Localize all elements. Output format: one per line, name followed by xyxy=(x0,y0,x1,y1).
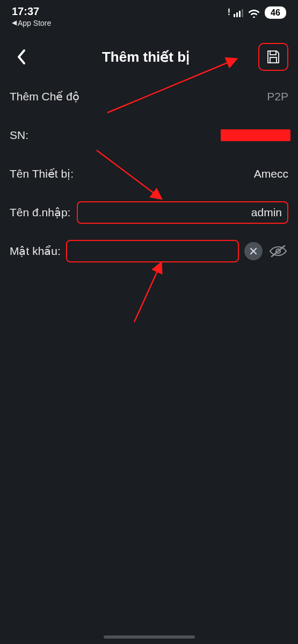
eye-off-icon xyxy=(269,244,287,258)
status-time: 17:37 xyxy=(12,5,51,18)
device-name-label: Tên Thiết bị: xyxy=(10,167,74,180)
back-button[interactable] xyxy=(10,45,33,69)
sn-label: SN: xyxy=(10,129,28,142)
cellular-signal-icon: ! xyxy=(228,9,243,17)
back-to-app[interactable]: ◀ App Store xyxy=(12,19,51,27)
close-icon xyxy=(249,247,258,255)
clear-password-button[interactable] xyxy=(244,242,263,260)
save-button[interactable] xyxy=(258,43,288,71)
username-label: Tên đ.nhập: xyxy=(10,206,70,219)
add-mode-label: Thêm Chế độ xyxy=(10,90,79,103)
svg-line-6 xyxy=(134,263,161,322)
add-mode-value: P2P xyxy=(86,90,288,103)
row-username: Tên đ.nhập: admin xyxy=(10,193,288,232)
chevron-left-icon xyxy=(16,48,27,65)
username-input[interactable]: admin xyxy=(77,201,288,224)
battery-indicator: 46 xyxy=(265,6,286,19)
username-value: admin xyxy=(251,206,282,219)
navbar: Thêm thiết bị xyxy=(0,30,298,77)
page-title: Thêm thiết bị xyxy=(33,49,258,65)
back-caret-icon: ◀ xyxy=(12,19,17,27)
status-right-cluster: ! 46 xyxy=(228,5,286,19)
row-add-mode[interactable]: Thêm Chế độ P2P xyxy=(10,77,288,116)
device-name-value: Amecc xyxy=(80,167,288,180)
battery-percent: 46 xyxy=(271,8,280,17)
status-bar: 17:37 ◀ App Store ! 46 xyxy=(0,0,298,30)
password-input[interactable] xyxy=(66,240,239,262)
home-indicator[interactable] xyxy=(104,635,195,639)
save-icon xyxy=(265,49,281,65)
back-to-app-label: App Store xyxy=(18,19,51,27)
row-sn[interactable]: SN: 7C03929 xyxy=(10,116,288,155)
wifi-icon xyxy=(248,8,260,18)
row-device-name[interactable]: Tên Thiết bị: Amecc xyxy=(10,155,288,193)
svg-rect-0 xyxy=(270,51,276,55)
status-left-cluster: 17:37 ◀ App Store xyxy=(12,5,51,27)
sn-value-wrap: 7C03929 xyxy=(35,129,288,142)
add-device-form: Thêm Chế độ P2P SN: 7C03929 Tên Thiết bị… xyxy=(0,77,298,270)
password-label: Mật khẩu: xyxy=(10,245,61,258)
toggle-password-visibility-button[interactable] xyxy=(268,242,288,260)
svg-rect-1 xyxy=(270,57,277,63)
row-password: Mật khẩu: xyxy=(10,232,288,270)
sn-redaction-block xyxy=(221,129,290,141)
